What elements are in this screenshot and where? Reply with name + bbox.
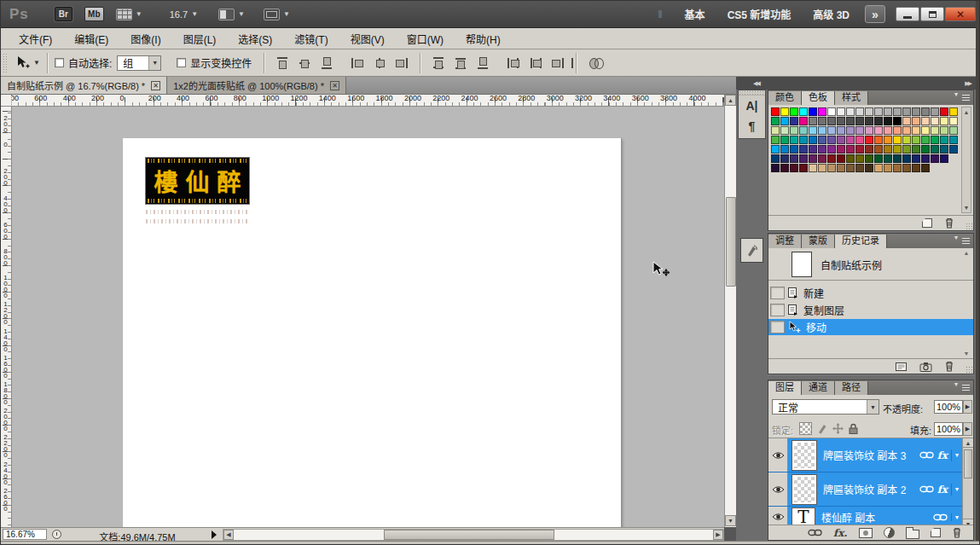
visibility-toggle[interactable] <box>768 473 788 506</box>
color-swatch[interactable] <box>837 107 845 116</box>
color-swatch[interactable] <box>902 145 911 154</box>
auto-select-dropdown[interactable]: 组▼ <box>117 55 161 71</box>
color-swatch[interactable] <box>846 117 855 125</box>
new-layer-icon[interactable] <box>931 528 941 537</box>
link-layers-icon[interactable] <box>808 529 822 536</box>
opacity-slider-icon[interactable]: ▶ <box>963 400 972 414</box>
color-swatch[interactable] <box>809 126 817 135</box>
menu-item[interactable]: 滤镜(T) <box>283 32 339 46</box>
color-swatch[interactable] <box>827 117 836 125</box>
history-scroll-hints[interactable]: ▲▼ <box>961 250 971 357</box>
color-swatch[interactable] <box>865 117 873 125</box>
color-swatch[interactable] <box>846 154 855 163</box>
arrange-documents-icon[interactable] <box>218 9 235 20</box>
color-swatch[interactable] <box>780 117 789 125</box>
paragraph-panel-icon[interactable]: ¶ <box>739 116 765 136</box>
color-swatch[interactable] <box>865 126 873 135</box>
color-swatch[interactable] <box>931 136 939 144</box>
color-swatch[interactable] <box>846 145 855 154</box>
character-panel-icon[interactable]: A| <box>739 96 765 116</box>
color-swatch[interactable] <box>902 164 911 172</box>
chevron-down-icon[interactable]: ▼ <box>136 10 142 18</box>
color-swatch[interactable] <box>818 145 826 154</box>
color-swatch[interactable] <box>874 117 883 125</box>
horizontal-scroll-thumb[interactable] <box>384 530 554 540</box>
color-swatch[interactable] <box>780 136 789 144</box>
trash-icon[interactable] <box>944 217 954 229</box>
color-swatch[interactable] <box>771 164 780 172</box>
color-swatch[interactable] <box>931 107 939 116</box>
color-swatch[interactable] <box>893 126 902 135</box>
distribute-vertical-centers-icon[interactable] <box>454 56 467 70</box>
screen-mode-icon[interactable] <box>264 9 280 20</box>
canvas-area[interactable]: 樓仙醉 <box>12 107 724 527</box>
align-vertical-centers-icon[interactable] <box>298 56 311 70</box>
chevron-down-icon[interactable]: ▼ <box>951 484 962 496</box>
color-swatch[interactable] <box>949 145 958 154</box>
color-swatch[interactable] <box>921 136 930 144</box>
close-icon[interactable]: ✕ <box>151 81 160 90</box>
color-swatch[interactable] <box>827 126 836 135</box>
color-swatch[interactable] <box>790 136 798 144</box>
visibility-toggle[interactable] <box>768 438 788 472</box>
color-swatch[interactable] <box>837 145 845 154</box>
color-swatch[interactable] <box>902 126 911 135</box>
color-swatch[interactable] <box>799 136 808 144</box>
bridge-button[interactable]: Br <box>55 7 72 21</box>
color-swatch[interactable] <box>893 164 902 172</box>
layer-name[interactable]: 楼仙醉 副本 <box>821 510 875 525</box>
workspace-basic[interactable]: 基本 <box>685 7 705 21</box>
color-swatch[interactable] <box>902 136 911 144</box>
horizontal-scrollbar[interactable]: ◀ ▶ <box>223 529 724 541</box>
color-swatch[interactable] <box>827 154 836 163</box>
vertical-scroll-thumb[interactable] <box>726 197 736 287</box>
color-swatch[interactable] <box>949 107 958 116</box>
color-swatch[interactable] <box>771 136 780 144</box>
doc-tab-active[interactable]: 自制贴纸示例 @ 16.7%(RGB/8) * ✕ <box>1 77 167 94</box>
color-swatch[interactable] <box>893 117 902 125</box>
color-swatch[interactable] <box>780 126 789 135</box>
align-right-edges-icon[interactable] <box>395 56 409 70</box>
launcher-grid-icon[interactable] <box>116 9 132 20</box>
auto-select-checkbox[interactable] <box>55 58 64 67</box>
color-swatch[interactable] <box>949 136 958 144</box>
layers-scroll-thumb[interactable] <box>964 449 972 478</box>
color-swatch[interactable] <box>809 145 817 154</box>
color-swatch[interactable] <box>780 164 789 172</box>
new-swatch-icon[interactable] <box>922 218 932 228</box>
color-swatch[interactable] <box>874 126 883 135</box>
scroll-down-icon[interactable]: ▼ <box>961 351 971 357</box>
color-swatch[interactable] <box>827 136 836 144</box>
scroll-up-icon[interactable]: ▲ <box>961 250 971 256</box>
color-swatch[interactable] <box>902 117 911 125</box>
color-swatch[interactable] <box>884 107 892 116</box>
fill-slider-icon[interactable]: ▶ <box>963 422 972 436</box>
color-swatch[interactable] <box>884 164 892 172</box>
color-swatch[interactable] <box>846 136 855 144</box>
color-swatch[interactable] <box>799 154 808 163</box>
scroll-up-icon[interactable]: ▲ <box>962 107 971 117</box>
color-swatch[interactable] <box>921 164 930 172</box>
color-swatch[interactable] <box>818 154 826 163</box>
auto-align-layers-icon[interactable] <box>589 56 604 70</box>
collapse-right-icon[interactable]: ▶▶ <box>965 77 971 90</box>
layer-name[interactable]: 牌匾装饰纹 副本 3 <box>823 448 906 462</box>
history-step[interactable]: 复制图层 <box>768 302 973 318</box>
color-swatch[interactable] <box>912 107 920 116</box>
color-swatch[interactable] <box>921 107 930 116</box>
color-swatch[interactable] <box>865 145 873 154</box>
add-layer-style-icon[interactable]: fx. <box>833 527 848 539</box>
color-swatch[interactable] <box>790 126 798 135</box>
color-swatch[interactable] <box>921 145 930 154</box>
scroll-left-icon[interactable]: ◀ <box>223 530 234 540</box>
color-swatch[interactable] <box>921 117 930 125</box>
tab-masks[interactable]: 蒙版 <box>802 235 835 248</box>
color-swatch[interactable] <box>855 136 864 144</box>
new-document-from-state-icon[interactable] <box>895 362 908 372</box>
move-tool-button[interactable]: ▼ <box>15 55 40 70</box>
color-swatch[interactable] <box>818 136 826 144</box>
color-swatch[interactable] <box>790 154 798 163</box>
fill-value-field[interactable]: 100% <box>934 422 963 436</box>
color-swatch[interactable] <box>884 117 892 125</box>
color-swatch[interactable] <box>884 145 892 154</box>
